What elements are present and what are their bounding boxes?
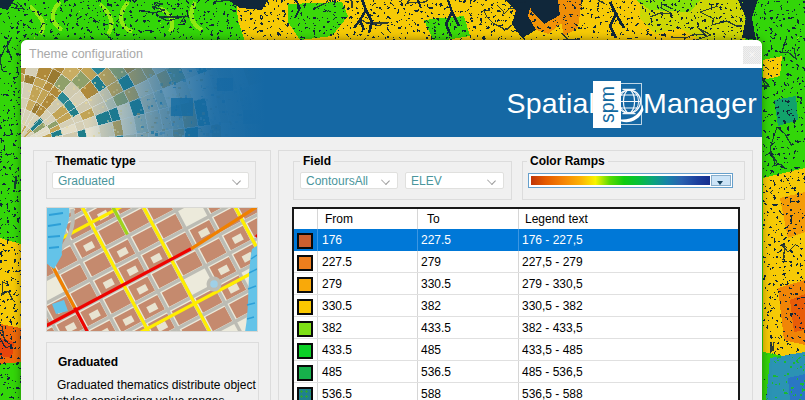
svg-text:spm: spm xyxy=(596,86,618,123)
